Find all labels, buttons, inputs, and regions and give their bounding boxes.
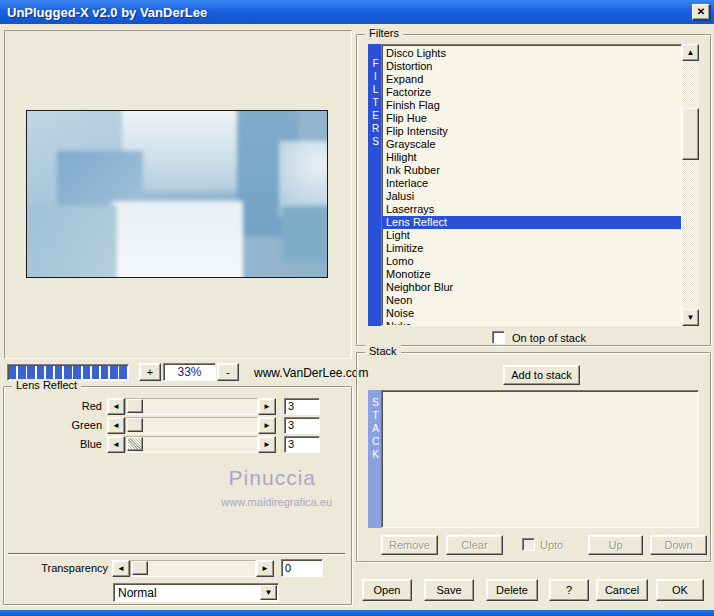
stack-side-label: STACK [370,397,381,462]
filter-item[interactable]: Nuke [382,320,681,326]
scroll-up-icon[interactable]: ▲ [682,44,699,61]
red-slider-left-arrow-icon[interactable]: ◄ [107,398,125,415]
filter-item[interactable]: Light [382,229,681,242]
transparency-slider-left-arrow-icon[interactable]: ◄ [112,560,130,577]
ok-button[interactable]: OK [656,579,704,601]
down-button[interactable]: Down [650,535,707,555]
preview-abstract-art [26,110,328,278]
red-value-field[interactable]: 3 [284,398,320,415]
divider-line [8,553,345,555]
on-top-of-stack-label: On top of stack [512,332,586,344]
filter-item[interactable]: Monotize [382,268,681,281]
filter-item[interactable]: Noise [382,307,681,320]
filter-item[interactable]: Neon [382,294,681,307]
green-slider-track[interactable] [125,417,258,434]
blue-value-field[interactable]: 3 [284,436,320,453]
filter-item[interactable]: Distortion [382,60,681,73]
filter-item[interactable]: Jalusi [382,190,681,203]
delete-button[interactable]: Delete [486,579,538,601]
open-button[interactable]: Open [362,579,412,601]
preview-panel [4,30,352,359]
blue-label: Blue [30,438,102,450]
vanderlee-website-text: www.VanDerLee.com [254,366,369,380]
filters-group-label: Filters [365,27,403,39]
filter-item[interactable]: Finish Flag [382,99,681,112]
help-button[interactable]: ? [549,579,589,601]
window-bottom-border [0,610,714,616]
stack-side-bar: STACK [368,390,381,528]
filter-item[interactable]: Flip Intensity [382,125,681,138]
red-label: Red [30,400,102,412]
add-to-stack-button[interactable]: Add to stack [503,365,580,385]
blue-slider-track[interactable] [125,436,258,453]
transparency-slider-thumb[interactable] [132,561,148,575]
unplugged-x-dialog: UnPlugged-X v2.0 by VanDerLee ✕ + 33% - … [0,0,714,616]
transparency-slider-track[interactable] [130,560,256,577]
blue-slider-right-arrow-icon[interactable]: ► [258,436,276,453]
title-bar: UnPlugged-X v2.0 by VanDerLee [0,0,714,24]
blue-slider-left-arrow-icon[interactable]: ◄ [107,436,125,453]
upto-label: Upto [540,539,563,551]
filter-item[interactable]: Hilight [382,151,681,164]
filter-item[interactable]: Factorize [382,86,681,99]
filter-item[interactable]: Disco Lights [382,47,681,60]
scrollbar-thumb[interactable] [682,108,699,160]
zoom-in-button[interactable]: + [139,363,161,381]
cancel-button[interactable]: Cancel [596,579,648,601]
dropdown-arrow-icon[interactable]: ▼ [260,585,277,600]
red-slider-right-arrow-icon[interactable]: ► [258,398,276,415]
lens-reflect-group-label: Lens Reflect [12,379,81,391]
watermark-url: www.maidiregrafica.eu [140,496,332,508]
red-slider-track[interactable] [125,398,258,415]
remove-button[interactable]: Remove [381,535,438,555]
blend-mode-selected: Normal [114,586,260,600]
blue-slider-thumb[interactable] [127,437,143,451]
close-button[interactable]: ✕ [692,4,710,20]
up-button[interactable]: Up [588,535,643,555]
save-button[interactable]: Save [424,579,474,601]
red-slider-thumb[interactable] [127,399,143,413]
green-label: Green [30,419,102,431]
window-title: UnPlugged-X v2.0 by VanDerLee [7,5,207,20]
filters-side-label: FILTERS [370,58,381,149]
transparency-value-field[interactable]: 0 [281,559,323,577]
filters-scrollbar[interactable]: ▲ ▼ [682,44,699,326]
stack-list[interactable] [381,390,699,528]
green-slider-right-arrow-icon[interactable]: ► [258,417,276,434]
filter-item[interactable]: Ink Rubber [382,164,681,177]
green-value-field[interactable]: 3 [284,417,320,434]
filters-list[interactable]: Disco LightsDistortionExpandFactorizeFin… [381,44,682,326]
transparency-label: Transparency [10,562,108,574]
filter-item[interactable]: Limitize [382,242,681,255]
transparency-slider-right-arrow-icon[interactable]: ► [256,560,274,577]
zoom-out-button[interactable]: - [217,363,239,381]
progress-segments [9,366,127,379]
filter-item[interactable]: Expand [382,73,681,86]
upto-checkbox[interactable] [522,538,535,551]
on-top-of-stack-checkbox[interactable] [492,331,505,344]
clear-button[interactable]: Clear [446,535,503,555]
zoom-level-field: 33% [163,363,216,381]
green-slider-thumb[interactable] [127,418,143,432]
filter-item[interactable]: Flip Hue [382,112,681,125]
stack-group-label: Stack [365,345,401,357]
scroll-down-icon[interactable]: ▼ [682,309,699,326]
filter-item[interactable]: Neighbor Blur [382,281,681,294]
watermark-name: Pinuccia [180,466,316,490]
filters-side-bar: FILTERS [368,44,381,326]
filter-item[interactable]: Lens Reflect [382,216,681,229]
filter-item[interactable]: Laserrays [382,203,681,216]
blend-mode-dropdown[interactable]: Normal ▼ [113,583,279,602]
filter-item[interactable]: Interlace [382,177,681,190]
filter-item[interactable]: Lomo [382,255,681,268]
filter-item[interactable]: Grayscale [382,138,681,151]
green-slider-left-arrow-icon[interactable]: ◄ [107,417,125,434]
preview-image[interactable] [26,110,328,278]
